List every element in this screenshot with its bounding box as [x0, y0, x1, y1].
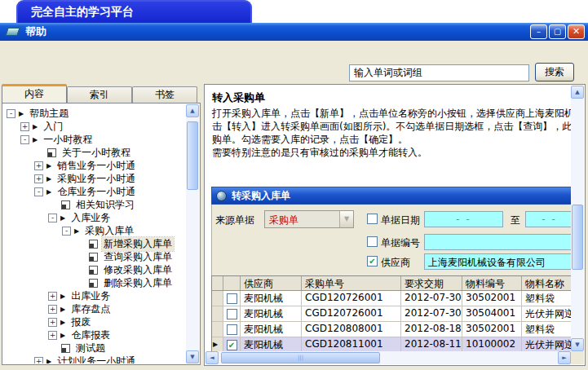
collapse-icon[interactable]: -	[20, 135, 29, 144]
expand-icon[interactable]: +	[48, 305, 57, 314]
column-header[interactable]: 供应商	[241, 276, 302, 290]
tree-item[interactable]: +▶销售业务一小时通	[3, 159, 186, 172]
supplier-field[interactable]: 上海麦阳机械设备有限公司	[424, 253, 571, 270]
row-checkbox[interactable]	[227, 309, 237, 319]
scroll-down-icon[interactable]: ▼	[186, 350, 199, 363]
tree-item[interactable]: +▶库存盘点	[3, 302, 186, 315]
minimize-button[interactable]: –	[530, 24, 547, 39]
row-checkbox[interactable]: ✔	[227, 340, 237, 350]
tree-item[interactable]: +▶计划业务一小时通	[3, 355, 186, 363]
tree-item[interactable]: -▶采购入库单	[3, 224, 186, 237]
tree-scrollbar-thumb[interactable]	[187, 121, 198, 190]
table-cell: 塑料袋	[522, 322, 571, 337]
collapse-icon[interactable]: -	[62, 227, 71, 236]
supplier-checkbox[interactable]: ✔	[367, 256, 378, 266]
tree-item-label: 删除采购入库单	[102, 276, 174, 290]
brand-tab[interactable]: 完全自主的学习平台	[16, 0, 252, 23]
date-to-field[interactable]: - -	[525, 211, 571, 227]
tree-vertical-scrollbar[interactable]: ▲ ▼	[186, 104, 199, 363]
collapse-icon[interactable]: -	[48, 214, 57, 222]
table-cell: CGD120726001	[302, 306, 401, 321]
column-header[interactable]: 物料名称	[522, 276, 571, 290]
content-horizontal-scrollbar[interactable]: ◄ ||| ►	[206, 351, 571, 364]
scroll-right-icon[interactable]: ►	[558, 351, 571, 364]
column-header[interactable]: 物料编号	[462, 276, 522, 290]
date-from-field[interactable]: - -	[424, 211, 503, 227]
tree-item-label: 一小时教程	[42, 133, 94, 147]
tree-item[interactable]: +▶入门	[3, 120, 186, 133]
scroll-up-icon[interactable]: ▲	[186, 104, 199, 117]
table-row[interactable]: 麦阳机械CGD1207260012012-07-3030504001光伏并网逆	[212, 306, 571, 322]
tree-item[interactable]: +▶仓库报表	[3, 328, 186, 341]
tree-item[interactable]: +▶出库业务	[3, 289, 186, 302]
expand-icon[interactable]: +	[20, 122, 29, 131]
content-hscrollbar-thumb[interactable]: |||	[221, 352, 380, 363]
maximize-button[interactable]: ▢	[549, 24, 566, 39]
expand-icon[interactable]: +	[48, 292, 57, 301]
selector-header-cell	[212, 276, 223, 290]
scroll-left-icon[interactable]: ◄	[206, 351, 219, 364]
branch-arrow-icon: ▶	[46, 175, 51, 183]
table-cell: 光伏并网逆	[522, 337, 571, 351]
scroll-down-icon[interactable]: ▼	[571, 338, 584, 351]
scroll-up-icon[interactable]: ▲	[571, 86, 584, 99]
content-scrollbar-thumb[interactable]	[572, 205, 583, 270]
row-checkbox[interactable]	[227, 293, 237, 304]
tree-item[interactable]: 删除采购入库单	[3, 276, 186, 289]
branch-arrow-icon: ▶	[74, 227, 79, 235]
table-header-row: 供应商采购单号要求交期物料编号物料名称	[212, 276, 571, 291]
collapse-icon[interactable]: -	[7, 109, 15, 118]
tab-bookmarks[interactable]: 书签	[132, 86, 197, 103]
search-input[interactable]	[349, 64, 529, 81]
tree-item[interactable]: -▶入库业务	[3, 211, 186, 224]
row-checkbox[interactable]	[227, 324, 237, 335]
expand-icon[interactable]: +	[34, 357, 43, 364]
topic-page-icon	[89, 240, 98, 249]
tree-item[interactable]: 关于一小时教程	[3, 146, 186, 159]
tree-item[interactable]: +▶采购业务一小时通	[3, 172, 186, 185]
table-cell: CGD120811001	[302, 337, 401, 351]
content-vertical-scrollbar[interactable]: ▲ ▼	[571, 86, 584, 351]
tree-item[interactable]: -▶仓库业务一小时通	[3, 185, 186, 198]
table-row[interactable]: 麦阳机械CGD1207260012012-07-3030502001塑料袋	[212, 291, 571, 306]
help-window: 完全自主的学习平台 帮助 – ▢ ✕ 搜索 内容 索引 书签 -▶帮助主题+▶入…	[0, 0, 588, 370]
dialog-title: 转采购入库单	[232, 189, 290, 203]
search-button[interactable]: 搜索	[535, 63, 574, 81]
expand-icon[interactable]: +	[48, 318, 57, 327]
tree-item[interactable]: 新增采购入库单	[3, 237, 186, 250]
expand-icon[interactable]: +	[34, 161, 43, 170]
collapse-icon[interactable]: -	[34, 187, 43, 196]
tree-item-label: 关于一小时教程	[60, 146, 132, 160]
row-checkbox-cell	[223, 306, 241, 321]
expand-icon[interactable]: +	[34, 174, 43, 183]
combo-dropdown-icon[interactable]: ▼	[339, 211, 353, 227]
doc-number-field[interactable]	[424, 234, 571, 250]
tree-item[interactable]: -▶帮助主题	[3, 107, 186, 120]
table-row[interactable]: 麦阳机械CGD1208080012012-08-1830502001塑料袋	[212, 322, 571, 337]
source-doc-value: 采购单	[265, 211, 298, 227]
tree-item[interactable]: 相关知识学习	[3, 198, 186, 211]
expand-icon[interactable]: +	[48, 331, 57, 340]
topic-page-icon	[89, 253, 98, 262]
tree-item[interactable]: 查询采购入库单	[3, 250, 186, 263]
tree-item[interactable]: -▶一小时教程	[3, 133, 186, 146]
column-header[interactable]: 采购单号	[302, 276, 401, 290]
branch-arrow-icon: ▶	[19, 110, 24, 117]
table-row[interactable]: ▶✔麦阳机械CGD1208110012012-08-1110100002光伏并网…	[212, 337, 571, 351]
doc-date-checkbox[interactable]	[367, 214, 378, 224]
window-titlebar[interactable]: 帮助 – ▢ ✕	[0, 23, 588, 41]
tree-item[interactable]: 测试题	[3, 341, 186, 355]
tree-item[interactable]: 修改采购入库单	[3, 263, 186, 276]
tab-contents[interactable]: 内容	[2, 84, 67, 103]
tree-item-label: 入库业务	[69, 211, 112, 225]
topic-page-icon	[89, 279, 98, 288]
doc-number-checkbox[interactable]	[367, 236, 378, 247]
branch-arrow-icon: ▶	[33, 136, 38, 143]
topic-text-line: 需要特别注意的是只有审核过的采购单才能转入。	[206, 146, 571, 159]
source-doc-combobox[interactable]: 采购单 ▼	[264, 210, 354, 228]
tree-item[interactable]: +▶报废	[3, 315, 186, 328]
column-header[interactable]: 要求交期	[401, 276, 462, 290]
close-button[interactable]: ✕	[568, 24, 585, 39]
table-cell: 2012-07-30	[401, 306, 462, 321]
tab-index[interactable]: 索引	[67, 86, 132, 103]
